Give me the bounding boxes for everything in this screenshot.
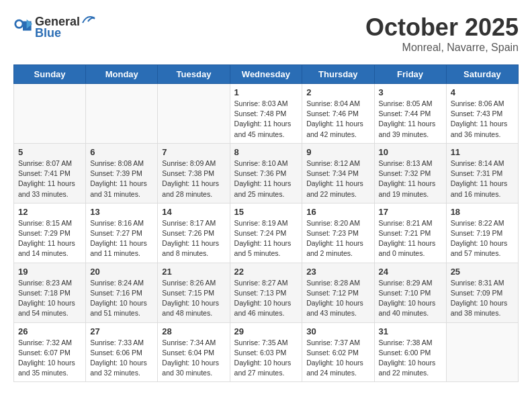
calendar-cell: 5Sunrise: 8:07 AM Sunset: 7:41 PM Daylig… [14, 143, 86, 203]
calendar-cell: 16Sunrise: 8:20 AM Sunset: 7:23 PM Dayli… [302, 203, 374, 263]
day-info: Sunrise: 8:27 AM Sunset: 7:13 PM Dayligh… [234, 278, 298, 319]
day-number: 4 [451, 87, 514, 97]
day-info: Sunrise: 8:28 AM Sunset: 7:12 PM Dayligh… [306, 278, 369, 319]
day-info: Sunrise: 8:05 AM Sunset: 7:44 PM Dayligh… [379, 99, 442, 140]
day-number: 31 [379, 326, 442, 336]
day-number: 12 [18, 207, 81, 217]
calendar-week-row: 5Sunrise: 8:07 AM Sunset: 7:41 PM Daylig… [14, 143, 519, 203]
day-number: 3 [379, 87, 442, 97]
day-info: Sunrise: 8:07 AM Sunset: 7:41 PM Dayligh… [18, 158, 81, 199]
day-info: Sunrise: 7:37 AM Sunset: 6:02 PM Dayligh… [306, 338, 369, 379]
day-info: Sunrise: 8:29 AM Sunset: 7:10 PM Dayligh… [379, 278, 442, 319]
day-number: 1 [234, 87, 298, 97]
day-number: 15 [234, 207, 298, 217]
calendar-cell: 29Sunrise: 7:35 AM Sunset: 6:03 PM Dayli… [230, 322, 302, 382]
day-info: Sunrise: 8:31 AM Sunset: 7:09 PM Dayligh… [451, 278, 514, 319]
calendar-cell: 24Sunrise: 8:29 AM Sunset: 7:10 PM Dayli… [374, 263, 446, 322]
svg-point-1 [16, 21, 21, 27]
day-number: 2 [306, 87, 369, 97]
calendar-cell: 18Sunrise: 8:22 AM Sunset: 7:19 PM Dayli… [446, 203, 518, 263]
calendar-cell: 30Sunrise: 7:37 AM Sunset: 6:02 PM Dayli… [302, 322, 374, 382]
day-info: Sunrise: 8:19 AM Sunset: 7:24 PM Dayligh… [234, 218, 298, 259]
day-number: 22 [234, 267, 298, 277]
calendar-cell: 23Sunrise: 8:28 AM Sunset: 7:12 PM Dayli… [302, 263, 374, 322]
day-info: Sunrise: 8:16 AM Sunset: 7:27 PM Dayligh… [90, 218, 153, 259]
calendar-cell: 6Sunrise: 8:08 AM Sunset: 7:39 PM Daylig… [86, 143, 158, 203]
calendar-cell: 19Sunrise: 8:23 AM Sunset: 7:18 PM Dayli… [14, 263, 86, 322]
calendar-week-row: 1Sunrise: 8:03 AM Sunset: 7:48 PM Daylig… [14, 84, 519, 144]
calendar-cell: 20Sunrise: 8:24 AM Sunset: 7:16 PM Dayli… [86, 263, 158, 322]
calendar-cell: 11Sunrise: 8:14 AM Sunset: 7:31 PM Dayli… [446, 143, 518, 203]
calendar-week-row: 19Sunrise: 8:23 AM Sunset: 7:18 PM Dayli… [14, 263, 519, 322]
calendar-cell: 13Sunrise: 8:16 AM Sunset: 7:27 PM Dayli… [86, 203, 158, 263]
weekday-header-row: SundayMondayTuesdayWednesdayThursdayFrid… [14, 65, 519, 84]
day-number: 30 [306, 326, 369, 336]
calendar-cell [86, 84, 158, 144]
weekday-header-monday: Monday [86, 65, 158, 84]
calendar-cell: 28Sunrise: 7:34 AM Sunset: 6:04 PM Dayli… [158, 322, 230, 382]
calendar-cell: 3Sunrise: 8:05 AM Sunset: 7:44 PM Daylig… [374, 84, 446, 144]
day-info: Sunrise: 8:20 AM Sunset: 7:23 PM Dayligh… [306, 218, 369, 259]
day-number: 8 [234, 147, 298, 157]
day-number: 19 [18, 267, 81, 277]
calendar-cell: 15Sunrise: 8:19 AM Sunset: 7:24 PM Dayli… [230, 203, 302, 263]
day-info: Sunrise: 8:22 AM Sunset: 7:19 PM Dayligh… [451, 218, 514, 259]
day-info: Sunrise: 8:10 AM Sunset: 7:36 PM Dayligh… [234, 158, 298, 199]
day-info: Sunrise: 7:34 AM Sunset: 6:04 PM Dayligh… [162, 338, 225, 379]
month-title: October 2025 [365, 13, 519, 42]
day-info: Sunrise: 8:24 AM Sunset: 7:16 PM Dayligh… [90, 278, 153, 319]
calendar-cell: 8Sunrise: 8:10 AM Sunset: 7:36 PM Daylig… [230, 143, 302, 203]
day-number: 10 [379, 147, 442, 157]
day-info: Sunrise: 8:21 AM Sunset: 7:21 PM Dayligh… [379, 218, 442, 259]
calendar-cell [158, 84, 230, 144]
day-number: 14 [162, 207, 225, 217]
weekday-header-friday: Friday [374, 65, 446, 84]
day-info: Sunrise: 8:06 AM Sunset: 7:43 PM Dayligh… [451, 99, 514, 140]
day-number: 25 [451, 267, 514, 277]
title-block: October 2025 Monreal, Navarre, Spain [365, 13, 519, 54]
calendar-cell: 17Sunrise: 8:21 AM Sunset: 7:21 PM Dayli… [374, 203, 446, 263]
weekday-header-saturday: Saturday [446, 65, 518, 84]
day-info: Sunrise: 8:14 AM Sunset: 7:31 PM Dayligh… [451, 158, 514, 199]
calendar-cell: 14Sunrise: 8:17 AM Sunset: 7:26 PM Dayli… [158, 203, 230, 263]
weekday-header-wednesday: Wednesday [230, 65, 302, 84]
day-number: 9 [306, 147, 369, 157]
day-info: Sunrise: 7:32 AM Sunset: 6:07 PM Dayligh… [18, 338, 81, 379]
calendar-cell: 26Sunrise: 7:32 AM Sunset: 6:07 PM Dayli… [14, 322, 86, 382]
day-number: 11 [451, 147, 514, 157]
day-info: Sunrise: 7:35 AM Sunset: 6:03 PM Dayligh… [234, 338, 298, 379]
calendar-cell [446, 322, 518, 382]
day-number: 5 [18, 147, 81, 157]
calendar-table: SundayMondayTuesdayWednesdayThursdayFrid… [13, 64, 519, 382]
day-info: Sunrise: 8:13 AM Sunset: 7:32 PM Dayligh… [379, 158, 442, 199]
calendar-cell: 12Sunrise: 8:15 AM Sunset: 7:29 PM Dayli… [14, 203, 86, 263]
day-info: Sunrise: 7:38 AM Sunset: 6:00 PM Dayligh… [379, 338, 442, 379]
day-number: 6 [90, 147, 153, 157]
day-info: Sunrise: 8:03 AM Sunset: 7:48 PM Dayligh… [234, 99, 298, 140]
day-info: Sunrise: 8:26 AM Sunset: 7:15 PM Dayligh… [162, 278, 225, 319]
day-number: 28 [162, 326, 225, 336]
day-number: 26 [18, 326, 81, 336]
day-info: Sunrise: 8:15 AM Sunset: 7:29 PM Dayligh… [18, 218, 81, 259]
logo-bird-icon [81, 13, 96, 26]
day-number: 18 [451, 207, 514, 217]
weekday-header-sunday: Sunday [14, 65, 86, 84]
day-info: Sunrise: 7:33 AM Sunset: 6:06 PM Dayligh… [90, 338, 153, 379]
day-number: 7 [162, 147, 225, 157]
day-info: Sunrise: 8:04 AM Sunset: 7:46 PM Dayligh… [306, 99, 369, 140]
day-number: 20 [90, 267, 153, 277]
calendar-cell: 10Sunrise: 8:13 AM Sunset: 7:32 PM Dayli… [374, 143, 446, 203]
calendar-cell: 22Sunrise: 8:27 AM Sunset: 7:13 PM Dayli… [230, 263, 302, 322]
calendar-cell: 2Sunrise: 8:04 AM Sunset: 7:46 PM Daylig… [302, 84, 374, 144]
calendar-cell: 27Sunrise: 7:33 AM Sunset: 6:06 PM Dayli… [86, 322, 158, 382]
page-header: General Blue October 2025 Monreal, Navar… [13, 13, 519, 54]
calendar-cell: 7Sunrise: 8:09 AM Sunset: 7:38 PM Daylig… [158, 143, 230, 203]
day-info: Sunrise: 8:12 AM Sunset: 7:34 PM Dayligh… [306, 158, 369, 199]
weekday-header-thursday: Thursday [302, 65, 374, 84]
day-info: Sunrise: 8:17 AM Sunset: 7:26 PM Dayligh… [162, 218, 225, 259]
day-info: Sunrise: 8:23 AM Sunset: 7:18 PM Dayligh… [18, 278, 81, 319]
day-number: 17 [379, 207, 442, 217]
weekday-header-tuesday: Tuesday [158, 65, 230, 84]
calendar-cell: 25Sunrise: 8:31 AM Sunset: 7:09 PM Dayli… [446, 263, 518, 322]
calendar-week-row: 26Sunrise: 7:32 AM Sunset: 6:07 PM Dayli… [14, 322, 519, 382]
